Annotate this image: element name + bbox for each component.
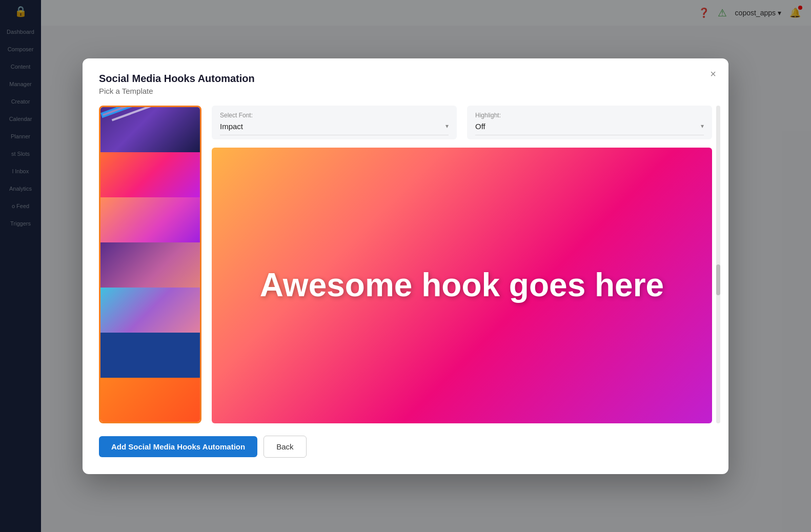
highlight-label: Highlight: (475, 112, 704, 119)
back-button[interactable]: Back (263, 436, 306, 458)
template-thumb-4[interactable] (100, 242, 200, 288)
font-divider (220, 135, 449, 135)
highlight-divider (475, 135, 704, 135)
highlight-dropdown-arrow: ▾ (701, 122, 704, 130)
font-dropdown-arrow: ▾ (445, 122, 449, 130)
font-value: Impact (220, 122, 243, 131)
right-scrollbar-thumb (716, 264, 720, 295)
add-automation-button[interactable]: Add Social Media Hooks Automation (99, 436, 257, 457)
right-scrollbar[interactable] (716, 106, 720, 423)
font-label: Select Font: (220, 112, 449, 119)
modal-footer: Add Social Media Hooks Automation Back (99, 436, 712, 458)
template-list (100, 107, 200, 422)
font-select[interactable]: Impact ▾ (220, 122, 449, 131)
modal-close-button[interactable]: × (710, 69, 716, 79)
template-thumb-1[interactable] (100, 107, 200, 152)
template-thumb-7[interactable] (100, 378, 200, 422)
modal-title: Social Media Hooks Automation (99, 73, 712, 85)
template-thumb-5[interactable] (100, 288, 200, 333)
modal-dialog: Social Media Hooks Automation Pick a Tem… (83, 58, 728, 474)
modal-overlay: Social Media Hooks Automation Pick a Tem… (0, 0, 811, 532)
template-thumb-2[interactable] (100, 152, 200, 197)
modal-body: Select Font: Impact ▾ Highlight: Off ▾ (99, 106, 712, 423)
modal-subtitle: Pick a Template (99, 87, 712, 95)
template-thumb-6[interactable] (100, 333, 200, 378)
font-selector-group: Select Font: Impact ▾ (212, 106, 457, 139)
highlight-select[interactable]: Off ▾ (475, 122, 704, 131)
template-thumb-3[interactable] (100, 197, 200, 242)
right-panel: Select Font: Impact ▾ Highlight: Off ▾ (212, 106, 712, 423)
highlight-value: Off (475, 122, 485, 131)
template-list-wrapper (99, 106, 201, 423)
highlight-selector-group: Highlight: Off ▾ (467, 106, 712, 139)
controls-row: Select Font: Impact ▾ Highlight: Off ▾ (212, 106, 712, 139)
preview-text: Awesome hook goes here (250, 257, 674, 313)
preview-canvas: Awesome hook goes here (212, 148, 712, 423)
